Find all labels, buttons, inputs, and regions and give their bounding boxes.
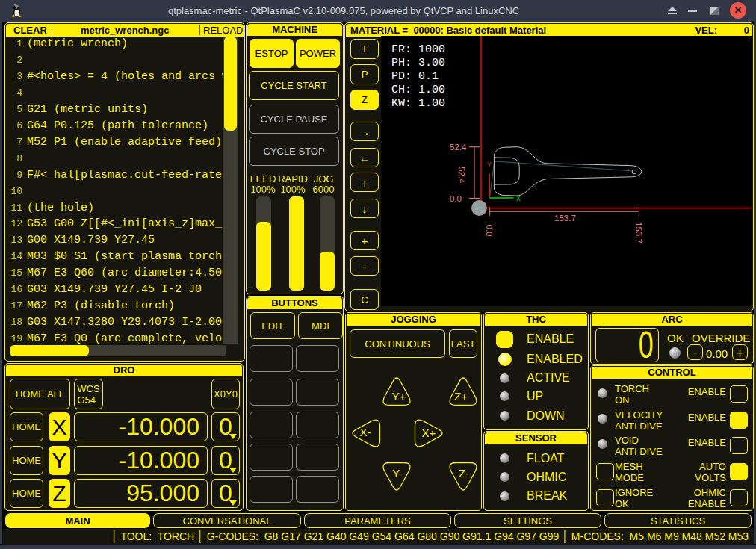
svg-text:52.4: 52.4: [457, 167, 466, 184]
svg-text:52.4: 52.4: [450, 143, 467, 152]
svg-text:0.0: 0.0: [450, 194, 462, 203]
svg-text:153.7: 153.7: [634, 222, 643, 244]
svg-text:153.7: 153.7: [554, 214, 576, 223]
svg-text:Y: Y: [487, 161, 492, 170]
svg-text:0.0: 0.0: [485, 225, 494, 237]
